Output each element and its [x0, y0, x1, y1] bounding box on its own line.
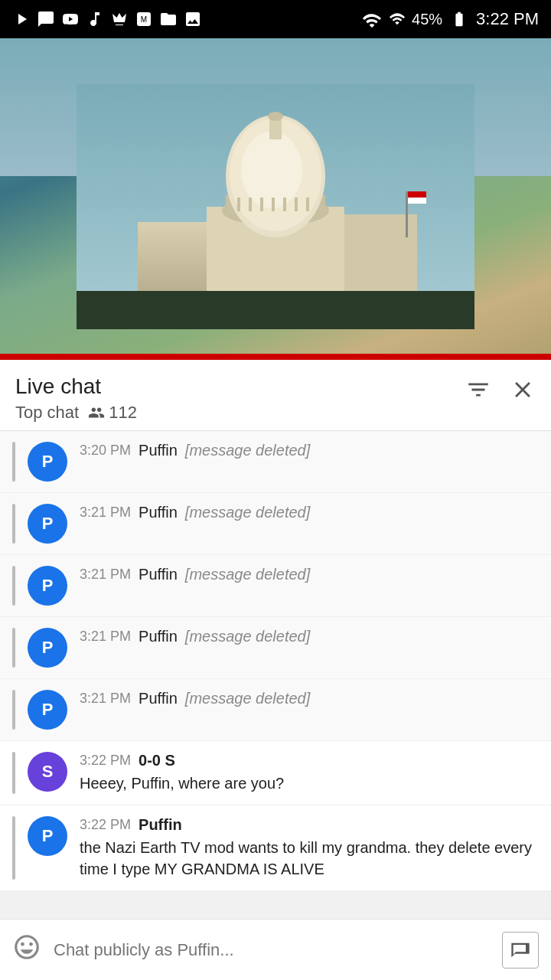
message-deleted-text: [message deleted]: [185, 504, 310, 521]
message-time: 3:21 PM: [80, 691, 131, 707]
send-button[interactable]: [502, 932, 539, 969]
message-content: 3:21 PMPuffin[message deleted]: [80, 690, 539, 707]
message-author: Puffin: [139, 442, 178, 459]
message-meta: 3:20 PMPuffin[message deleted]: [80, 442, 539, 459]
message-bar: [12, 442, 15, 482]
svg-rect-17: [272, 198, 275, 211]
list-item: P3:21 PMPuffin[message deleted]: [0, 617, 551, 679]
mastodon-icon: M: [135, 10, 153, 28]
svg-rect-19: [295, 198, 298, 211]
list-item: P3:20 PMPuffin[message deleted]: [0, 431, 551, 493]
svg-rect-3: [77, 291, 474, 329]
live-chat-header: Live chat Top chat 112: [0, 360, 551, 431]
message-time: 3:20 PM: [80, 443, 131, 459]
message-author: Puffin: [139, 566, 178, 583]
svg-point-11: [241, 132, 302, 208]
battery-icon: [448, 11, 470, 28]
crown-icon: [110, 10, 129, 28]
svg-point-13: [268, 112, 283, 121]
message-bar: [12, 690, 15, 730]
message-bar: [12, 566, 15, 606]
message-body: Heeey, Puffin, where are you?: [80, 773, 539, 794]
avatar: S: [28, 752, 67, 792]
avatar: P: [28, 442, 67, 482]
message-bar: [12, 816, 15, 880]
message-bar: [12, 628, 15, 668]
close-icon[interactable]: [510, 377, 536, 408]
folder-icon: [159, 10, 178, 28]
message-time: 3:22 PM: [80, 753, 131, 769]
battery-percent: 45%: [412, 11, 442, 28]
viewers-icon: [88, 404, 105, 421]
signal-icon: [389, 11, 406, 28]
status-info-right: 45% 3:22 PM: [361, 9, 539, 29]
status-bar: M 45% 3:22 PM: [0, 0, 551, 38]
message-content: 3:21 PMPuffin[message deleted]: [80, 628, 539, 645]
image-icon: [184, 10, 202, 28]
message-author: Puffin: [139, 690, 178, 707]
progress-bar[interactable]: [0, 354, 551, 360]
wifi-icon: [361, 11, 383, 28]
message-meta: 3:21 PMPuffin[message deleted]: [80, 690, 539, 707]
message-deleted-text: [message deleted]: [185, 628, 310, 645]
svg-rect-20: [306, 198, 309, 211]
svg-rect-16: [260, 198, 263, 211]
message-author: Puffin: [139, 628, 178, 645]
message-author: 0-0 S: [139, 752, 175, 769]
list-item: P3:21 PMPuffin[message deleted]: [0, 679, 551, 741]
video-player[interactable]: [0, 38, 551, 360]
status-icons-left: M: [12, 10, 202, 28]
avatar: P: [28, 690, 67, 730]
message-deleted-text: [message deleted]: [185, 442, 310, 459]
message-bar: [12, 752, 15, 794]
svg-rect-15: [249, 198, 252, 211]
list-item: P3:21 PMPuffin[message deleted]: [0, 555, 551, 617]
message-body: the Nazi Earth TV mod wants to kill my g…: [80, 837, 539, 880]
viewer-count-number: 112: [109, 403, 137, 423]
chat-icon: [37, 10, 55, 28]
live-chat-title: Live chat: [15, 374, 137, 400]
clock: 3:22 PM: [476, 9, 539, 29]
chat-input-field[interactable]: [54, 940, 490, 960]
svg-rect-14: [237, 198, 240, 211]
avatar: P: [28, 504, 67, 544]
message-deleted-text: [message deleted]: [185, 690, 310, 707]
message-content: 3:22 PM0-0 SHeeey, Puffin, where are you…: [80, 752, 539, 794]
top-chat-label[interactable]: Top chat: [15, 403, 79, 423]
message-meta: 3:21 PMPuffin[message deleted]: [80, 628, 539, 645]
video-thumbnail: [77, 84, 474, 329]
message-content: 3:21 PMPuffin[message deleted]: [80, 504, 539, 521]
message-content: 3:21 PMPuffin[message deleted]: [80, 566, 539, 583]
message-time: 3:22 PM: [80, 817, 131, 833]
message-meta: 3:21 PMPuffin[message deleted]: [80, 566, 539, 583]
message-content: 3:20 PMPuffin[message deleted]: [80, 442, 539, 459]
message-meta: 3:22 PM0-0 S: [80, 752, 539, 769]
avatar: P: [28, 628, 67, 668]
message-author: Puffin: [139, 504, 178, 521]
message-time: 3:21 PM: [80, 567, 131, 583]
message-deleted-text: [message deleted]: [185, 566, 310, 583]
music-icon: [86, 10, 104, 28]
filter-icon[interactable]: [465, 377, 491, 408]
list-item: P3:21 PMPuffin[message deleted]: [0, 493, 551, 555]
chat-messages-list: P3:20 PMPuffin[message deleted]P3:21 PMP…: [0, 431, 551, 891]
chat-input-area: [0, 919, 551, 980]
list-item: P3:22 PMPuffinthe Nazi Earth TV mod want…: [0, 805, 551, 891]
svg-rect-23: [408, 198, 426, 204]
svg-rect-18: [283, 198, 286, 211]
viewer-count: 112: [88, 403, 137, 423]
message-author: Puffin: [139, 816, 182, 834]
message-time: 3:21 PM: [80, 629, 131, 645]
emoji-button[interactable]: [12, 933, 41, 968]
message-meta: 3:22 PMPuffin: [80, 816, 539, 834]
list-item: S3:22 PM0-0 SHeeey, Puffin, where are yo…: [0, 741, 551, 805]
message-time: 3:21 PM: [80, 505, 131, 521]
avatar: P: [28, 566, 67, 606]
message-meta: 3:21 PMPuffin[message deleted]: [80, 504, 539, 521]
youtube-icon: [61, 10, 80, 28]
top-chat-row: Top chat 112: [15, 403, 137, 423]
live-chat-controls: [465, 377, 536, 408]
svg-rect-21: [406, 191, 408, 237]
message-content: 3:22 PMPuffinthe Nazi Earth TV mod wants…: [80, 816, 539, 880]
svg-text:M: M: [141, 15, 147, 24]
